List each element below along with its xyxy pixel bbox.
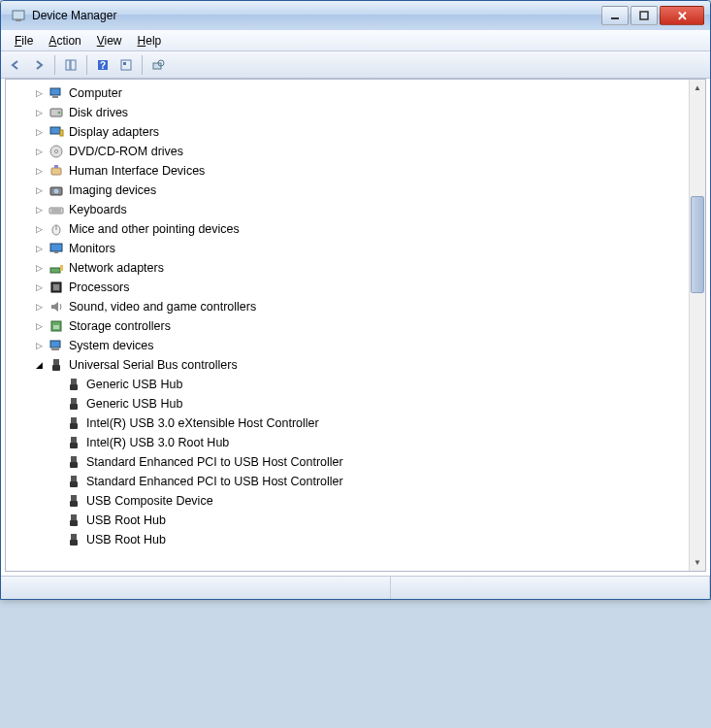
menu-help[interactable]: Help xyxy=(130,32,170,50)
tree-item-label: Computer xyxy=(69,86,122,100)
tree-item-usb[interactable]: ◢ Universal Serial Bus controllers xyxy=(6,355,705,375)
tree-item-label: Processors xyxy=(69,281,130,294)
tree-item[interactable]: ▷ Keyboards xyxy=(6,200,705,219)
tree-child-item[interactable]: Standard Enhanced PCI to USB Host Contro… xyxy=(6,472,705,491)
expand-icon[interactable]: ▷ xyxy=(33,281,45,293)
tree-child-label: USB Root Hub xyxy=(86,533,166,546)
usb-icon xyxy=(66,532,81,547)
tree-item-label: Disk drives xyxy=(69,106,128,119)
expand-icon[interactable]: ▷ xyxy=(33,301,45,313)
tree-child-label: Generic USB Hub xyxy=(86,397,182,411)
tree-item[interactable]: ▷ DVD/CD-ROM drives xyxy=(6,142,705,161)
expand-icon[interactable]: ▷ xyxy=(33,126,45,138)
expand-icon[interactable]: ▷ xyxy=(33,243,45,254)
close-button[interactable]: ✕ xyxy=(660,6,704,25)
storage-icon xyxy=(48,318,64,334)
svg-rect-39 xyxy=(52,365,60,371)
svg-rect-17 xyxy=(60,130,63,136)
scan-button[interactable] xyxy=(147,54,169,76)
show-hide-tree-button[interactable] xyxy=(60,54,81,76)
back-button[interactable] xyxy=(5,54,26,76)
tree-item[interactable]: ▷ Processors xyxy=(6,278,705,297)
svg-rect-31 xyxy=(50,268,60,273)
expand-icon[interactable]: ▷ xyxy=(33,146,45,157)
tree-child-item[interactable]: USB Composite Device xyxy=(6,491,705,511)
svg-rect-56 xyxy=(71,534,77,540)
svg-rect-37 xyxy=(51,348,59,350)
expand-icon[interactable]: ▷ xyxy=(33,165,45,177)
tree-item[interactable]: ▷ Disk drives xyxy=(6,103,705,122)
svg-rect-34 xyxy=(53,284,59,290)
hid-icon xyxy=(48,163,64,179)
scroll-up-arrow[interactable]: ▲ xyxy=(690,80,705,96)
forward-button[interactable] xyxy=(28,54,49,76)
tree-item[interactable]: ▷ Human Interface Devices xyxy=(6,161,705,181)
device-tree[interactable]: ▷ Computer ▷ Disk drives ▷ Display adapt… xyxy=(6,80,705,571)
expand-icon[interactable]: ▷ xyxy=(33,340,45,351)
cpu-icon xyxy=(48,280,64,295)
tree-child-item[interactable]: Generic USB Hub xyxy=(6,375,705,394)
vertical-scrollbar[interactable]: ▲ ▼ xyxy=(689,80,705,571)
tree-item-label: Human Interface Devices xyxy=(69,164,205,178)
toolbar-separator xyxy=(142,55,143,75)
network-icon xyxy=(48,260,64,276)
tree-item[interactable]: ▷ Mice and other pointing devices xyxy=(6,219,705,239)
tree-item[interactable]: ▷ Storage controllers xyxy=(6,316,705,336)
tree-item-label: Display adapters xyxy=(69,125,159,139)
tree-child-item[interactable]: Intel(R) USB 3.0 Root Hub xyxy=(6,433,705,452)
expand-icon[interactable]: ▷ xyxy=(33,223,45,235)
tree-child-item[interactable]: Standard Enhanced PCI to USB Host Contro… xyxy=(6,452,705,472)
usb-icon xyxy=(66,396,81,412)
tree-item-label: Sound, video and game controllers xyxy=(69,300,256,314)
tree-item[interactable]: ▷ Computer xyxy=(6,83,705,103)
usb-icon xyxy=(48,357,64,373)
usb-icon xyxy=(66,474,81,489)
svg-rect-48 xyxy=(71,456,77,462)
tree-item[interactable]: ▷ Display adapters xyxy=(6,122,705,142)
usb-icon xyxy=(66,513,81,528)
svg-rect-44 xyxy=(71,417,77,423)
keyboard-icon xyxy=(48,202,64,217)
tree-child-item[interactable]: Generic USB Hub xyxy=(6,394,705,414)
dvd-icon xyxy=(48,144,64,159)
minimize-button[interactable] xyxy=(601,6,629,25)
tree-child-item[interactable]: Intel(R) USB 3.0 eXtensible Host Control… xyxy=(6,414,705,433)
collapse-icon[interactable]: ◢ xyxy=(33,359,45,371)
window-title: Device Manager xyxy=(32,9,601,22)
expand-icon[interactable]: ▷ xyxy=(33,320,45,332)
tree-child-label: Generic USB Hub xyxy=(86,378,182,391)
usb-icon xyxy=(66,435,81,450)
tree-child-label: Intel(R) USB 3.0 Root Hub xyxy=(86,436,229,449)
svg-rect-24 xyxy=(49,208,63,214)
svg-rect-47 xyxy=(70,443,78,448)
svg-point-19 xyxy=(55,150,58,153)
expand-icon[interactable]: ▷ xyxy=(33,87,45,99)
expand-icon[interactable]: ▷ xyxy=(33,204,45,215)
menu-action[interactable]: Action xyxy=(41,32,88,50)
svg-rect-30 xyxy=(54,251,58,253)
maximize-button[interactable] xyxy=(630,6,658,25)
menu-view[interactable]: View xyxy=(89,32,130,50)
expand-icon[interactable]: ▷ xyxy=(33,262,45,274)
svg-rect-16 xyxy=(50,127,60,134)
tree-item[interactable]: ▷ System devices xyxy=(6,336,705,355)
tree-item[interactable]: ▷ Network adapters xyxy=(6,258,705,278)
tree-item[interactable]: ▷ Imaging devices xyxy=(6,181,705,200)
svg-point-23 xyxy=(54,189,59,194)
titlebar[interactable]: Device Manager ✕ xyxy=(1,1,710,30)
scroll-down-arrow[interactable]: ▼ xyxy=(690,554,705,571)
menu-file[interactable]: File xyxy=(7,32,41,50)
tree-child-item[interactable]: USB Root Hub xyxy=(6,511,705,530)
usb-icon xyxy=(66,377,81,392)
scrollbar-thumb[interactable] xyxy=(691,196,704,293)
svg-rect-32 xyxy=(60,265,63,271)
tree-item[interactable]: ▷ Monitors xyxy=(6,239,705,258)
tree-item[interactable]: ▷ Sound, video and game controllers xyxy=(6,297,705,316)
expand-icon[interactable]: ▷ xyxy=(33,184,45,196)
tree-item-label: Monitors xyxy=(69,242,115,255)
tree-child-item[interactable]: USB Root Hub xyxy=(6,530,705,549)
expand-icon[interactable]: ▷ xyxy=(33,107,45,118)
properties-button[interactable] xyxy=(115,54,137,76)
help-button[interactable]: ? xyxy=(92,54,113,76)
usb-icon xyxy=(66,415,81,431)
